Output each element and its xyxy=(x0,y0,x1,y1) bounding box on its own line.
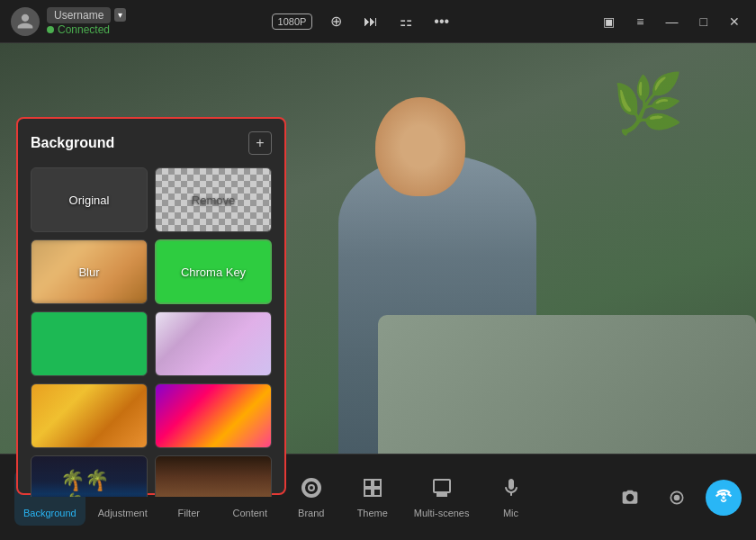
toolbar-content-label: Content xyxy=(232,508,267,518)
titlebar-left: Username ▾ Connected xyxy=(11,7,126,36)
mic-icon xyxy=(500,477,522,504)
svg-rect-11 xyxy=(374,489,381,496)
camera-button[interactable] xyxy=(612,480,648,516)
brand-icon xyxy=(301,477,322,504)
broadcast-button[interactable] xyxy=(706,480,742,516)
toolbar-mic-label: Mic xyxy=(503,508,518,518)
svg-rect-8 xyxy=(364,480,372,487)
resolution-badge[interactable]: 1080P xyxy=(272,14,313,30)
bg-original-label: Original xyxy=(69,194,110,207)
add-background-button[interactable]: + xyxy=(248,131,272,155)
monitor-icon[interactable]: ▣ xyxy=(598,13,620,31)
zoom-in-icon[interactable]: ⊕ xyxy=(327,9,346,33)
user-info: Username ▾ Connected xyxy=(47,7,126,36)
titlebar-center: 1080P ⊕ ⏭ ⚏ ••• xyxy=(272,9,454,33)
layout-icon[interactable]: ⚏ xyxy=(396,9,416,33)
toolbar-theme-label: Theme xyxy=(357,508,388,518)
record-button[interactable] xyxy=(659,480,695,516)
bg-item-trees[interactable] xyxy=(31,455,148,497)
toolbar-background-label: Background xyxy=(23,508,76,518)
bg-item-city[interactable] xyxy=(155,455,272,497)
background-grid: Original Remove Blur Chroma Key xyxy=(31,167,272,497)
bg-item-orange-scene[interactable] xyxy=(31,383,148,448)
main-content: 🌿 Background + Original Remove Blur xyxy=(0,43,756,497)
bg-item-chroma-key[interactable]: Chroma Key xyxy=(155,239,272,304)
toolbar-right xyxy=(612,480,742,516)
svg-rect-10 xyxy=(364,489,372,496)
titlebar: Username ▾ Connected 1080P ⊕ ⏭ ⚏ ••• ▣ ≡… xyxy=(0,0,756,43)
bg-item-gradient-purple[interactable] xyxy=(155,311,272,376)
svg-point-7 xyxy=(309,485,314,490)
connected-dot-icon xyxy=(47,26,54,33)
bg-item-blur[interactable]: Blur xyxy=(31,239,148,304)
bg-chroma-label: Chroma Key xyxy=(181,266,246,279)
toolbar-adjustment-label: Adjustment xyxy=(98,508,148,518)
bg-item-remove[interactable]: Remove xyxy=(155,167,272,232)
menu-icon[interactable]: ≡ xyxy=(631,13,649,31)
toolbar-multi-scenes-label: Multi-scenes xyxy=(414,508,470,518)
bg-item-green[interactable] xyxy=(31,311,148,376)
close-button[interactable]: ✕ xyxy=(724,13,745,31)
panel-header: Background + xyxy=(31,131,272,155)
bg-item-original[interactable]: Original xyxy=(31,167,148,232)
connected-label: Connected xyxy=(58,23,110,36)
avatar xyxy=(11,7,40,36)
username-bar: Username ▾ xyxy=(47,7,126,23)
bg-remove-label: Remove xyxy=(192,194,235,207)
connected-status: Connected xyxy=(47,23,126,36)
panel-title: Background xyxy=(31,135,114,151)
theme-icon xyxy=(362,477,383,504)
svg-point-15 xyxy=(674,494,680,500)
titlebar-right: ▣ ≡ — □ ✕ xyxy=(598,13,745,31)
bg-item-gradient-multi[interactable] xyxy=(155,383,272,448)
toolbar-item-theme[interactable]: Theme xyxy=(344,470,401,526)
maximize-button[interactable]: □ xyxy=(695,13,713,31)
multi-scenes-icon xyxy=(431,477,453,504)
svg-rect-13 xyxy=(437,494,446,496)
more-icon[interactable]: ••• xyxy=(430,10,453,33)
skip-icon[interactable]: ⏭ xyxy=(360,10,382,33)
background-panel: Background + Original Remove Blur Chroma… xyxy=(16,117,286,495)
toolbar-item-brand[interactable]: Brand xyxy=(283,470,340,526)
bg-blur-label: Blur xyxy=(78,266,99,279)
toolbar-brand-label: Brand xyxy=(298,508,324,518)
toolbar-item-mic[interactable]: Mic xyxy=(482,470,540,526)
username-label: Username xyxy=(47,7,111,23)
minimize-button[interactable]: — xyxy=(661,13,684,31)
svg-rect-12 xyxy=(434,480,450,492)
toolbar-item-multi-scenes[interactable]: Multi-scenes xyxy=(405,470,479,526)
svg-rect-9 xyxy=(374,480,381,487)
toolbar-filter-label: Filter xyxy=(178,508,200,518)
dropdown-arrow-icon[interactable]: ▾ xyxy=(114,8,126,22)
